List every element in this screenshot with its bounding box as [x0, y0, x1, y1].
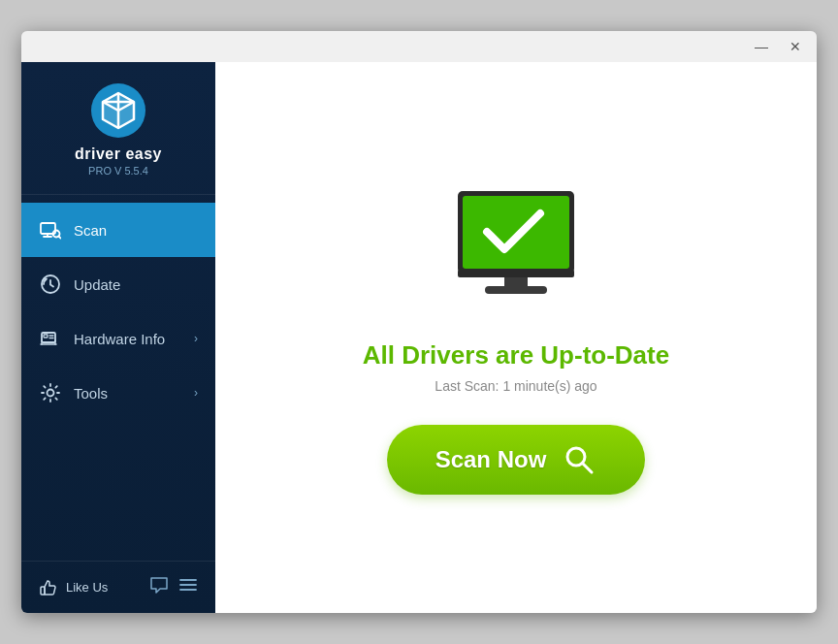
svg-point-17: [48, 390, 54, 397]
tools-chevron-icon: ›: [194, 386, 198, 400]
svg-line-28: [583, 463, 593, 472]
logo-name: driver easy: [75, 145, 162, 163]
scan-now-button[interactable]: Scan Now: [387, 425, 646, 495]
minimize-button[interactable]: —: [749, 38, 774, 55]
logo-version: PRO V 5.5.4: [88, 165, 148, 177]
window-controls: — ✕: [749, 38, 807, 55]
title-bar: — ✕: [21, 31, 817, 62]
update-icon: [39, 273, 62, 296]
like-us-label: Like Us: [66, 580, 108, 595]
update-label: Update: [74, 276, 120, 293]
svg-rect-18: [41, 587, 45, 595]
svg-rect-25: [485, 286, 547, 294]
app-logo-icon: [91, 83, 145, 138]
menu-icon[interactable]: [178, 575, 198, 599]
main-content: All Drivers are Up-to-Date Last Scan: 1 …: [215, 62, 817, 613]
chat-icon[interactable]: [149, 575, 169, 599]
like-us-button[interactable]: Like Us: [39, 578, 108, 597]
status-title: All Drivers are Up-to-Date: [363, 340, 669, 370]
sidebar-item-hardware-info[interactable]: Hardware Info ›: [21, 311, 215, 366]
svg-line-8: [59, 237, 61, 239]
svg-rect-26: [458, 270, 574, 277]
hardware-info-label: Hardware Info: [74, 331, 165, 347]
sidebar-item-tools[interactable]: Tools ›: [21, 366, 215, 420]
tools-label: Tools: [74, 385, 108, 402]
svg-rect-11: [44, 335, 48, 338]
monitor-illustration: [438, 181, 594, 321]
status-subtitle: Last Scan: 1 minute(s) ago: [435, 378, 596, 394]
scan-label: Scan: [74, 222, 107, 239]
sidebar-footer: Like Us: [21, 561, 215, 613]
sidebar-item-scan[interactable]: Scan: [21, 203, 215, 257]
hardware-info-chevron-icon: ›: [194, 332, 198, 345]
sidebar-logo: driver easy PRO V 5.5.4: [21, 62, 215, 195]
tools-icon: [39, 381, 62, 404]
monitor-svg: [438, 181, 594, 317]
app-window: — ✕ driver easy PRO V 5.5.4: [21, 31, 817, 613]
app-body: driver easy PRO V 5.5.4: [21, 62, 817, 613]
scan-now-label: Scan Now: [435, 446, 547, 473]
close-button[interactable]: ✕: [784, 38, 807, 55]
scan-search-icon: [562, 442, 596, 477]
scan-icon: [39, 218, 62, 242]
sidebar-item-update[interactable]: Update: [21, 257, 215, 311]
sidebar: driver easy PRO V 5.5.4: [21, 62, 215, 613]
hardware-info-icon: [39, 327, 62, 350]
footer-icons: [149, 575, 198, 599]
thumbs-up-icon: [39, 578, 58, 597]
sidebar-nav: Scan Update: [21, 195, 215, 561]
